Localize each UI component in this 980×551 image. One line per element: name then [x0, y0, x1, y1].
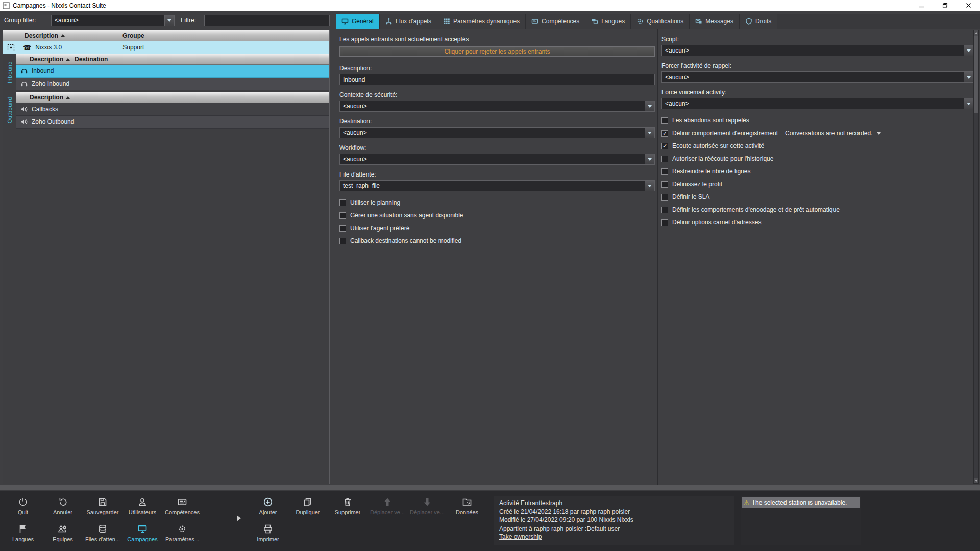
checkbox-encodage-pret-automatique[interactable]: Définir les comportements d'encodage et … — [662, 205, 974, 215]
chevron-down-icon[interactable] — [877, 132, 881, 135]
scrollbar-thumb[interactable] — [974, 36, 978, 113]
tab-qualifications[interactable]: Qualifications — [631, 14, 690, 29]
toolbar-expand-icon[interactable] — [237, 515, 241, 521]
column-divider — [657, 29, 658, 485]
tab-general[interactable]: Général — [336, 14, 380, 29]
destination-select[interactable]: <aucun> — [339, 127, 655, 138]
inbound-header-destination[interactable]: Destination — [71, 54, 117, 64]
tree-row-activity-callbacks[interactable]: Callbacks — [16, 103, 329, 116]
tab-parametres-dynamiques[interactable]: Paramètres dynamiques — [437, 14, 526, 29]
chevron-down-icon[interactable] — [645, 154, 654, 164]
window-controls — [910, 0, 980, 11]
checkbox-box[interactable] — [662, 168, 668, 175]
scroll-up-icon[interactable] — [974, 30, 978, 36]
checkbox-box[interactable] — [339, 212, 346, 219]
chevron-down-icon[interactable] — [164, 15, 174, 26]
station-warning-panel: The selected station is unavailable. — [741, 496, 861, 545]
toolbar-button-equipes[interactable]: Equipes — [43, 520, 83, 547]
workflow-select[interactable]: <aucun> — [339, 154, 655, 165]
security-context-select[interactable]: <aucun> — [339, 101, 655, 112]
toolbar-button-campagnes[interactable]: Campagnes — [122, 520, 162, 547]
checkbox-callback-destinations[interactable]: Callback destinations cannot be modified — [339, 236, 655, 246]
checkbox-box[interactable] — [662, 181, 668, 188]
reject-calls-button[interactable]: Cliquer pour rejeter les appels entrants — [339, 46, 655, 57]
description-input[interactable] — [339, 74, 655, 85]
checkbox-box[interactable] — [339, 225, 346, 232]
checkbox-utiliser-le-planning[interactable]: Utiliser le planning — [339, 197, 655, 208]
checkbox-box[interactable] — [662, 130, 668, 137]
toolbar-button-utilisateurs[interactable]: Utilisateurs — [122, 493, 162, 520]
horizontal-splitter[interactable] — [0, 485, 980, 491]
toolbar-button-files-attente[interactable]: Files d'atten... — [83, 520, 122, 547]
checkbox-box[interactable] — [339, 199, 346, 206]
tree-header-description[interactable]: Description — [21, 30, 119, 41]
checkbox-restreindre-lignes[interactable]: Restreindre le nbre de lignes — [662, 166, 974, 177]
checkbox-definissez-profit[interactable]: Définissez le profit — [662, 179, 974, 189]
close-button[interactable] — [957, 0, 980, 11]
chevron-down-icon[interactable] — [964, 98, 973, 109]
queue-select[interactable]: test_raph_file — [339, 180, 655, 191]
toolbar-button-supprimer[interactable]: Supprimer — [328, 493, 368, 520]
copy-icon — [303, 496, 313, 508]
checkbox-box[interactable] — [662, 143, 668, 149]
force-voicemail-select[interactable]: <aucun> — [662, 98, 974, 109]
tree-header-groupe[interactable]: Groupe — [119, 30, 166, 41]
checkbox-autoriser-reecoute[interactable]: Autoriser la réécoute pour l'historique — [662, 154, 974, 164]
checkbox-definir-sla[interactable]: Définir le SLA — [662, 192, 974, 202]
checkbox-box[interactable] — [662, 207, 668, 213]
toolbar-button-imprimer[interactable]: Imprimer — [248, 520, 288, 547]
minimize-button[interactable] — [910, 0, 933, 11]
chevron-down-icon[interactable] — [645, 101, 654, 111]
filter-input[interactable] — [204, 15, 330, 26]
script-select[interactable]: <aucun> — [662, 45, 974, 56]
call-flow-icon — [385, 18, 393, 25]
tree-row-activity-zoho-inbound[interactable]: Zoho Inbound — [16, 78, 329, 90]
outbound-group-label[interactable]: Outbound — [3, 92, 16, 129]
checkbox-box[interactable] — [662, 219, 668, 226]
card-icon — [531, 18, 538, 25]
toolbar-button-donnees[interactable]: Données — [447, 493, 487, 520]
tab-flux-appels[interactable]: Flux d'appels — [380, 14, 437, 29]
chevron-down-icon[interactable] — [645, 181, 654, 191]
force-callback-select[interactable]: <aucun> — [662, 71, 974, 83]
toolbar-button-parametres[interactable]: Paramètres... — [162, 520, 202, 547]
tab-droits[interactable]: Droits — [740, 14, 777, 29]
inbound-header-description[interactable]: Description — [16, 54, 71, 64]
toolbar-button-dupliquer[interactable]: Dupliquer — [288, 493, 328, 520]
checkbox-box[interactable] — [662, 156, 668, 162]
inbound-group-label[interactable]: Inbound — [3, 54, 16, 90]
tree-row-activity-zoho-outbound[interactable]: Zoho Outbound — [16, 116, 329, 129]
toolbar-button-annuler[interactable]: Annuler — [43, 493, 83, 520]
toolbar-button-competences[interactable]: Compétences — [162, 493, 202, 520]
checkbox-abandons-rappeles[interactable]: Les abandons sont rappelés — [662, 115, 974, 126]
station-warning-item[interactable]: The selected station is unavailable. — [742, 497, 860, 508]
trash-icon — [342, 496, 353, 508]
checkbox-gerer-situation-sans-agent[interactable]: Gérer une situation sans agent disponibl… — [339, 210, 655, 220]
checkbox-box[interactable] — [662, 117, 668, 124]
toolbar-button-langues[interactable]: Langues — [3, 520, 43, 547]
chevron-down-icon[interactable] — [964, 72, 973, 82]
toolbar-button-quit[interactable]: Quit — [3, 493, 43, 520]
checkbox-box[interactable] — [339, 238, 346, 244]
chevron-down-icon[interactable] — [964, 45, 973, 56]
content-scrollbar[interactable] — [973, 30, 979, 484]
take-ownership-link[interactable]: Take ownership — [499, 533, 542, 541]
outbound-header-description[interactable]: Description — [16, 92, 71, 103]
chevron-down-icon[interactable] — [645, 128, 654, 138]
toolbar-button-ajouter[interactable]: Ajouter — [248, 493, 288, 520]
tab-competences[interactable]: Compétences — [526, 14, 585, 29]
maximize-button[interactable] — [933, 0, 957, 11]
tab-messages[interactable]: Messages — [690, 14, 740, 29]
tree-row-campaign[interactable]: Nixxis 3.0 Support — [3, 41, 329, 54]
group-filter-select[interactable]: <aucun> — [51, 15, 175, 26]
tree-row-activity-inbound[interactable]: Inbound — [16, 65, 329, 78]
checkbox-ecoute-autorisee[interactable]: Ecoute autorisée sur cette activité — [662, 141, 974, 151]
sort-asc-icon — [66, 96, 70, 99]
scroll-down-icon[interactable] — [974, 478, 978, 483]
checkbox-box[interactable] — [662, 194, 668, 201]
toolbar-button-sauvegarder[interactable]: Sauvegarder — [83, 493, 122, 520]
checkbox-utiliser-agent-prefere[interactable]: Utiliser l'agent préféré — [339, 223, 655, 233]
checkbox-comportement-enregistrement[interactable]: Définir comportement d'enregistrement Co… — [662, 128, 974, 138]
tab-langues[interactable]: Langues — [585, 14, 631, 29]
checkbox-carnet-adresses[interactable]: Définir options carnet d'adresses — [662, 217, 974, 228]
